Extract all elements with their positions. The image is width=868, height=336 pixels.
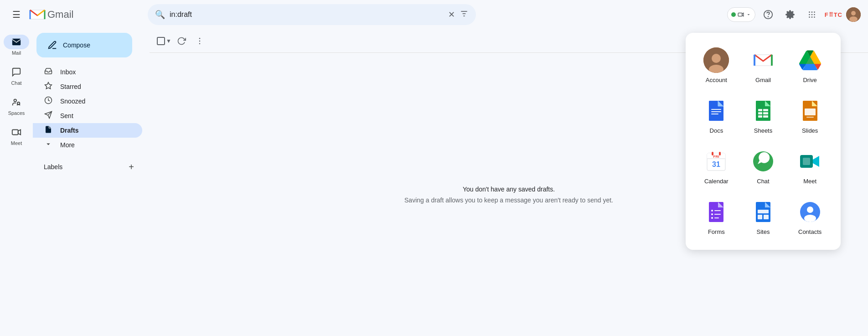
- slides-svg: [799, 100, 821, 122]
- select-chevron-icon[interactable]: ▼: [166, 38, 171, 44]
- account-label: Account: [706, 77, 727, 83]
- help-button[interactable]: [759, 5, 777, 24]
- nav-item-drafts[interactable]: Drafts: [33, 123, 142, 138]
- account-avatar-image: [703, 47, 729, 73]
- settings-button[interactable]: [781, 5, 799, 24]
- meet-svg: [799, 150, 821, 172]
- nav-item-snoozed[interactable]: Snoozed: [33, 94, 142, 109]
- refresh-button[interactable]: [173, 33, 190, 49]
- search-input[interactable]: [170, 10, 444, 19]
- more-icon: [44, 140, 53, 150]
- compose-icon: [47, 40, 57, 50]
- chat-pill: [4, 65, 29, 79]
- sidebar-item-meet[interactable]: Meet: [0, 121, 33, 150]
- svg-rect-60: [719, 152, 721, 155]
- mail-pill: [4, 35, 29, 49]
- svg-rect-55: [806, 117, 814, 118]
- app-item-calendar[interactable]: 31 FRI Calendar: [693, 141, 740, 192]
- svg-point-14: [814, 16, 815, 18]
- labels-add-button[interactable]: +: [124, 160, 139, 174]
- sidebar-item-mail[interactable]: Mail: [0, 31, 33, 59]
- forms-app-label: Forms: [708, 228, 725, 235]
- svg-marker-21: [45, 83, 52, 89]
- svg-rect-37: [709, 101, 723, 121]
- meet-pill: [4, 125, 29, 140]
- app-item-drive[interactable]: Drive: [786, 40, 833, 91]
- nav-item-starred[interactable]: Starred: [33, 79, 142, 94]
- meet-nav-label: Meet: [11, 140, 22, 146]
- sheets-app-icon: [750, 98, 776, 124]
- mail-icon: [11, 37, 21, 47]
- sidebar-item-chat[interactable]: Chat: [0, 61, 33, 89]
- app-item-sites[interactable]: Sites: [740, 192, 787, 243]
- labels-title: Labels: [44, 163, 62, 171]
- app-item-chat[interactable]: Chat: [740, 141, 787, 192]
- select-all-checkbox[interactable]: [157, 37, 165, 45]
- status-button[interactable]: [727, 7, 755, 22]
- gmail-app-icon: [750, 47, 776, 73]
- select-all-check[interactable]: ▼: [157, 37, 171, 45]
- compose-label: Compose: [63, 41, 90, 49]
- compose-button[interactable]: Compose: [36, 33, 132, 57]
- hamburger-menu[interactable]: ☰: [7, 5, 26, 24]
- meet-icon: [11, 127, 21, 137]
- refresh-icon: [177, 36, 186, 46]
- app-item-contacts[interactable]: Contacts: [786, 192, 833, 243]
- app-item-sheets[interactable]: Sheets: [740, 91, 787, 141]
- svg-point-11: [814, 14, 815, 16]
- calendar-app-label: Calendar: [704, 178, 728, 185]
- sheets-app-label: Sheets: [754, 127, 772, 134]
- account-avatar: [703, 47, 729, 73]
- avatar-image: [846, 7, 861, 22]
- more-options-button[interactable]: [191, 33, 208, 49]
- svg-rect-49: [758, 115, 762, 118]
- svg-text:31: 31: [712, 160, 720, 168]
- search-icon: 🔍: [155, 10, 165, 20]
- app-item-account[interactable]: Account: [693, 40, 740, 91]
- sidebar-item-spaces[interactable]: Spaces: [0, 91, 33, 119]
- svg-point-18: [14, 99, 17, 102]
- docs-app-icon: [703, 98, 729, 124]
- help-icon: [763, 10, 773, 20]
- app-item-docs[interactable]: Docs: [693, 91, 740, 141]
- svg-text:FRI: FRI: [713, 155, 719, 159]
- nav-item-sent[interactable]: Sent: [33, 109, 142, 123]
- mail-nav-label: Mail: [12, 50, 21, 56]
- spaces-nav-label: Spaces: [8, 110, 25, 116]
- slides-app-label: Slides: [802, 127, 818, 134]
- svg-rect-41: [711, 114, 718, 114]
- user-avatar[interactable]: [846, 7, 861, 22]
- svg-point-68: [711, 210, 713, 212]
- search-clear-icon[interactable]: ✕: [448, 10, 455, 20]
- fotc-logo[interactable]: F⠿TC: [825, 11, 842, 18]
- more-label: More: [60, 141, 75, 149]
- starred-label: Starred: [60, 83, 135, 90]
- side-icon-nav: Mail Chat Spaces Meet: [0, 29, 33, 336]
- apps-grid-icon: [807, 10, 817, 20]
- hamburger-icon: ☰: [12, 9, 21, 20]
- sites-app-label: Sites: [757, 228, 770, 235]
- svg-rect-39: [711, 109, 721, 110]
- svg-point-12: [809, 16, 810, 18]
- nav-item-more[interactable]: More: [33, 138, 150, 152]
- app-item-slides[interactable]: Slides: [786, 91, 833, 141]
- svg-point-80: [807, 207, 813, 213]
- svg-point-7: [811, 11, 812, 13]
- app-item-forms[interactable]: Forms: [693, 192, 740, 243]
- search-bar: 🔍 ✕: [148, 4, 476, 25]
- chat-nav-label: Chat: [11, 80, 21, 86]
- nav-item-inbox[interactable]: Inbox: [33, 65, 142, 79]
- svg-point-5: [768, 16, 768, 17]
- app-item-meet[interactable]: Meet: [786, 141, 833, 192]
- svg-rect-65: [803, 158, 810, 165]
- forms-app-icon: [703, 199, 729, 225]
- apps-button[interactable]: [803, 5, 821, 24]
- app-item-gmail[interactable]: Gmail: [740, 40, 787, 91]
- gmail-svg: [752, 49, 774, 71]
- spaces-icon: [11, 97, 21, 107]
- gmail-logo: Gmail: [29, 8, 73, 21]
- svg-point-8: [814, 11, 815, 13]
- docs-svg: [705, 100, 727, 122]
- settings-icon: [785, 10, 795, 20]
- search-filter-icon[interactable]: [460, 9, 469, 21]
